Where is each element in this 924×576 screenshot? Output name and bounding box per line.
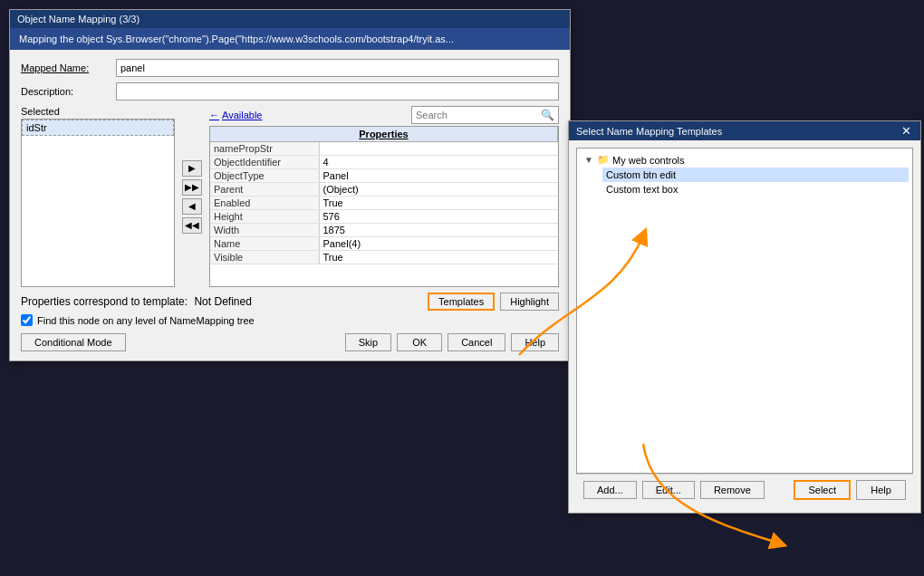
- main-dialog-body: Mapped Name: Description: Selected idStr…: [10, 50, 570, 360]
- table-row: NamePanel(4): [210, 237, 558, 251]
- bottom-section: Properties correspond to template: Not D…: [21, 293, 559, 351]
- tree-item-0-label: Custom btn edit: [606, 169, 676, 180]
- conditional-mode-button[interactable]: Conditional Mode: [21, 333, 126, 351]
- move-left-btn[interactable]: ◀: [182, 198, 202, 215]
- table-row: ObjectTypePanel: [210, 169, 558, 183]
- right-dialog: Select Name Mapping Templates ✕ ▼ 📁 My w…: [568, 120, 921, 514]
- table-row: Height576: [210, 210, 558, 224]
- find-node-checkbox[interactable]: [21, 314, 33, 326]
- available-link[interactable]: ← Available: [209, 110, 262, 120]
- cancel-button[interactable]: Cancel: [448, 333, 505, 351]
- main-dialog: Object Name Mapping (3/3) Mapping the ob…: [9, 9, 571, 361]
- description-row: Description:: [21, 82, 559, 101]
- footer-left-buttons: Add... Edit... Remove: [583, 481, 765, 499]
- tree-root: ▼ 📁 My web controls Custom btn edit Cust…: [577, 149, 912, 200]
- move-all-left-btn[interactable]: ◀◀: [182, 217, 202, 234]
- template-label: Properties correspond to template:: [21, 295, 188, 308]
- bottom-button-row: Conditional Mode Skip OK Cancel Help: [21, 333, 559, 351]
- ok-button[interactable]: OK: [397, 333, 442, 351]
- add-button[interactable]: Add...: [583, 481, 637, 499]
- search-input[interactable]: [416, 110, 541, 120]
- description-label: Description:: [21, 86, 116, 97]
- edit-button[interactable]: Edit...: [642, 481, 695, 499]
- right-dialog-footer: Add... Edit... Remove Select Help: [576, 474, 913, 505]
- table-row: Width1875: [210, 224, 558, 237]
- selected-panel: Selected idStr: [21, 106, 175, 287]
- footer-right-buttons: Select Help: [794, 480, 906, 500]
- close-button[interactable]: ✕: [900, 125, 913, 137]
- selected-label: Selected: [21, 106, 175, 117]
- main-dialog-subtitle: Mapping the object Sys.Browser("chrome")…: [10, 28, 570, 50]
- search-box-container: 🔍: [411, 106, 559, 124]
- available-label: Available: [222, 110, 262, 120]
- tree-root-label: My web controls: [612, 155, 684, 166]
- move-right-btn[interactable]: ▶: [182, 160, 202, 177]
- templates-button[interactable]: Templates: [428, 293, 495, 311]
- template-buttons: Templates Highlight: [428, 293, 559, 311]
- right-dialog-titlebar: Select Name Mapping Templates ✕: [569, 121, 920, 140]
- help-button-right[interactable]: Help: [856, 480, 906, 500]
- mapped-name-label: Mapped Name:: [21, 62, 116, 73]
- template-label-group: Properties correspond to template: Not D…: [21, 295, 252, 308]
- search-icon: 🔍: [541, 109, 554, 121]
- description-input[interactable]: [116, 82, 559, 101]
- table-row: ObjectIdentifier4: [210, 156, 558, 169]
- tree-item-1-label: Custom text box: [606, 184, 678, 195]
- mapped-name-input[interactable]: [116, 59, 559, 77]
- tree-item-0[interactable]: Custom btn edit: [602, 168, 909, 182]
- tree-root-item[interactable]: ▼ 📁 My web controls: [581, 152, 909, 168]
- help-button-main[interactable]: Help: [511, 333, 559, 351]
- table-row: VisibleTrue: [210, 251, 558, 264]
- table-row: Parent(Object): [210, 183, 558, 197]
- main-dialog-titlebar: Object Name Mapping (3/3): [10, 10, 570, 28]
- tree-view[interactable]: ▼ 📁 My web controls Custom btn edit Cust…: [576, 148, 913, 474]
- remove-button[interactable]: Remove: [700, 481, 765, 499]
- template-row: Properties correspond to template: Not D…: [21, 293, 559, 311]
- main-dialog-title: Object Name Mapping (3/3): [17, 14, 140, 24]
- properties-header: Properties: [210, 127, 558, 142]
- find-node-label[interactable]: Find this node on any level of NameMappi…: [37, 315, 255, 326]
- properties-data-table: Properties namePropStrObjectIdentifier4O…: [210, 127, 558, 264]
- folder-icon: 📁: [597, 154, 610, 166]
- back-arrow-icon: ←: [209, 110, 219, 120]
- two-panel: Selected idStr ▶ ▶▶ ◀ ◀◀ ← Available: [21, 106, 559, 287]
- mapped-name-row: Mapped Name:: [21, 59, 559, 77]
- selected-list[interactable]: idStr: [21, 119, 175, 287]
- tree-children: Custom btn edit Custom text box: [581, 168, 909, 197]
- table-row: namePropStr: [210, 142, 558, 156]
- tree-item-1[interactable]: Custom text box: [602, 182, 909, 197]
- select-button[interactable]: Select: [794, 480, 851, 500]
- properties-panel-header: ← Available 🔍: [209, 106, 559, 124]
- arrow-buttons-group: ▶ ▶▶ ◀ ◀◀: [178, 106, 206, 287]
- table-row: EnabledTrue: [210, 197, 558, 210]
- properties-panel: ← Available 🔍 Properties: [209, 106, 559, 287]
- checkbox-row: Find this node on any level of NameMappi…: [21, 314, 559, 326]
- skip-button[interactable]: Skip: [345, 333, 391, 351]
- right-dialog-body: ▼ 📁 My web controls Custom btn edit Cust…: [569, 140, 920, 513]
- selected-item[interactable]: idStr: [22, 120, 174, 136]
- right-dialog-title: Select Name Mapping Templates: [576, 126, 722, 137]
- highlight-button[interactable]: Highlight: [500, 293, 559, 311]
- move-all-right-btn[interactable]: ▶▶: [182, 179, 202, 196]
- properties-table: Properties namePropStrObjectIdentifier4O…: [209, 126, 559, 287]
- template-value: Not Defined: [194, 295, 251, 308]
- expand-icon: ▼: [584, 155, 597, 165]
